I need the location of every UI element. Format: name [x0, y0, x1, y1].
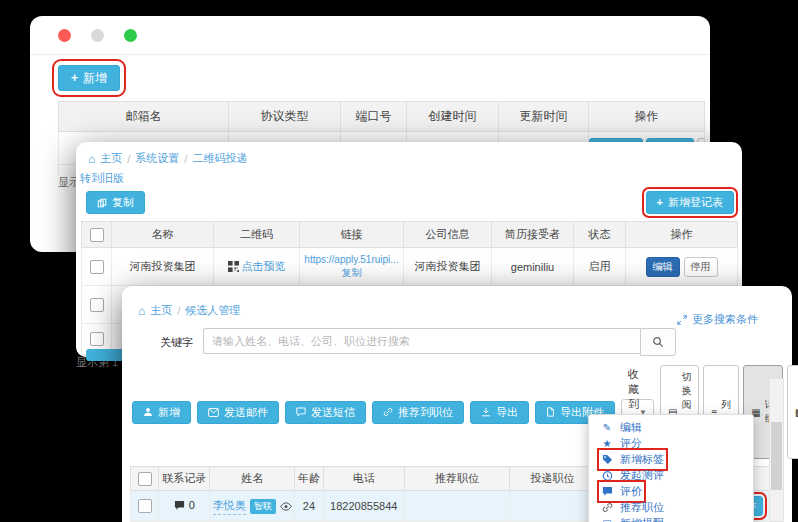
file-icon [546, 407, 555, 417]
send-mail-label: 发送邮件 [224, 407, 268, 418]
add-registration-form-button[interactable]: + 新增登记表 [646, 191, 734, 214]
breadcrumb-current: 二维码投递 [192, 151, 247, 166]
company-cell: 河南投资集团 [404, 248, 492, 286]
search-button[interactable] [640, 328, 676, 356]
breadcrumb-separator: / [184, 153, 187, 165]
applied-job-cell [510, 491, 595, 522]
row-checkbox[interactable] [90, 298, 104, 312]
edit-button[interactable]: 编辑 [646, 257, 680, 277]
qr-code-icon [228, 261, 239, 272]
col-applied-job: 投递职位 [510, 467, 595, 491]
person-icon [143, 407, 153, 417]
table-row: 河南投资集团 点击预览 https://apply.51ruipi... 复制 … [82, 248, 738, 286]
plus-icon: + [657, 197, 663, 208]
home-icon: ⌂ [88, 152, 95, 166]
search-icon [652, 336, 664, 348]
clock-icon [601, 470, 613, 481]
actions-cell: 编辑 停用 [626, 248, 738, 286]
row-action-menu: ✎ 编辑 ★ 评分 新增标签 发起测评 [588, 414, 754, 522]
row-checkbox[interactable] [138, 499, 152, 513]
menu-item-add-tag[interactable]: 新增标签 [589, 451, 753, 467]
col-updated: 更新时间 [499, 102, 589, 132]
link-icon [383, 407, 393, 417]
traffic-light-close-icon[interactable] [58, 29, 71, 42]
star-icon: ★ [601, 438, 613, 449]
col-phone: 电话 [323, 467, 404, 491]
breadcrumb-separator: / [177, 305, 180, 317]
send-mail-button[interactable]: 发送邮件 [197, 401, 279, 424]
copy-icon [97, 198, 107, 208]
menu-item-score[interactable]: ★ 评分 [589, 435, 753, 451]
col-recommended-job: 推荐职位 [404, 467, 509, 491]
qr-preview-link[interactable]: 点击预览 [242, 259, 286, 274]
col-created: 创建时间 [407, 102, 499, 132]
disable-button[interactable]: 停用 [684, 257, 718, 277]
col-name: 名称 [112, 222, 214, 248]
breadcrumb: ⌂ 主页 / 系统设置 / 二维码投递 [76, 142, 742, 166]
col-actions: 操作 [626, 222, 738, 248]
send-sms-button[interactable]: 发送短信 [285, 401, 366, 424]
apply-url-link[interactable]: https://apply.51ruipi... [304, 254, 398, 265]
col-link: 链接 [300, 222, 404, 248]
col-receiver: 简历接受者 [492, 222, 574, 248]
expand-icon [677, 315, 687, 325]
col-age: 年龄 [295, 467, 323, 491]
recommend-to-job-label: 推荐到职位 [398, 407, 453, 418]
row-checkbox[interactable] [90, 260, 104, 274]
scrollbar[interactable] [769, 378, 784, 522]
qr-cell: 点击预览 [214, 248, 300, 286]
receiver-cell: geminiliu [492, 248, 574, 286]
name-cell: 河南投资集团 [112, 248, 214, 286]
tag-icon [601, 454, 613, 465]
menu-item-label: 编辑 [620, 420, 642, 435]
menu-item-comment[interactable]: 评价 [589, 483, 753, 499]
add-registration-form-label: 新增登记表 [668, 197, 723, 208]
search-row: 关键字 [160, 328, 792, 356]
contact-log-cell: 0 [159, 491, 210, 522]
traffic-light-zoom-icon[interactable] [124, 29, 137, 42]
breadcrumb-current: 候选人管理 [185, 303, 240, 318]
recommend-to-job-button[interactable]: 推荐到职位 [372, 401, 464, 424]
more-search-label: 更多搜索条件 [692, 312, 758, 327]
row-checkbox[interactable] [90, 332, 104, 346]
plus-icon: + [71, 72, 78, 84]
col-email: 邮箱名 [59, 102, 229, 132]
copy-button[interactable]: 复制 [86, 191, 145, 214]
eye-icon[interactable] [280, 502, 292, 511]
add-candidate-label: 新增 [158, 407, 180, 418]
copy-label: 复制 [112, 197, 134, 208]
candidate-name-link[interactable]: 李悦奥 [213, 498, 246, 515]
menu-item-edit[interactable]: ✎ 编辑 [589, 419, 753, 435]
keyword-label: 关键字 [160, 335, 193, 350]
contact-count: 0 [189, 499, 195, 511]
export-button[interactable]: 导出 [470, 401, 529, 424]
download-icon [481, 407, 491, 417]
link-copy-action[interactable]: 复制 [342, 267, 362, 278]
search-input[interactable] [203, 328, 640, 354]
scrollbar-thumb[interactable] [771, 422, 782, 490]
old-version-link[interactable]: 转到旧版 [80, 171, 742, 186]
disable-label: 停用 [691, 262, 711, 272]
grid-view-button[interactable]: ▩ [787, 365, 798, 459]
menu-item-label: 新增标签 [620, 452, 664, 467]
select-all-checkbox[interactable] [90, 228, 104, 242]
select-all-checkbox[interactable] [138, 472, 152, 486]
breadcrumb-home[interactable]: 主页 [150, 303, 172, 318]
add-candidate-button[interactable]: 新增 [132, 401, 191, 424]
phone-cell: 18220855844 [323, 491, 404, 522]
comment-icon [174, 500, 185, 511]
breadcrumb-settings[interactable]: 系统设置 [135, 151, 179, 166]
menu-item-recommend-job[interactable]: 推荐职位 [589, 499, 753, 515]
more-search-link[interactable]: 更多搜索条件 [677, 312, 758, 327]
breadcrumb-home[interactable]: 主页 [100, 151, 122, 166]
menu-item-start-eval[interactable]: 发起测评 [589, 467, 753, 483]
traffic-light-minimize-icon[interactable] [91, 29, 104, 42]
col-actions: 操作 [589, 102, 705, 132]
select-all-cell [82, 222, 112, 248]
link-cell: https://apply.51ruipi... 复制 [300, 248, 404, 286]
name-cell: 李悦奥 智联 [210, 491, 295, 522]
export-label: 导出 [496, 407, 518, 418]
col-qrcode: 二维码 [214, 222, 300, 248]
menu-item-add-reminder[interactable]: ▤ 新增提醒 [589, 515, 753, 522]
add-mailbox-button[interactable]: + 新增 [58, 65, 120, 91]
